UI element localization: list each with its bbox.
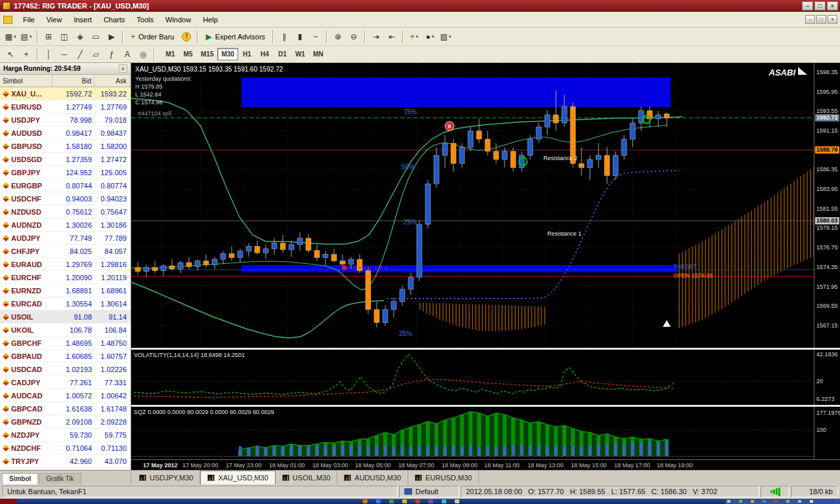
symbol-row[interactable]: EURCAD1.305541.30614 (0, 297, 131, 310)
symbol-row[interactable]: USDJPY78.99879.018 (0, 114, 131, 127)
timeframe-M1[interactable]: M1 (161, 48, 179, 60)
column-header-ask[interactable]: Ask (94, 75, 130, 87)
mdi-close-button[interactable]: × (828, 15, 837, 24)
market-watch-tab-grafik-tik[interactable]: Grafik Tik (39, 473, 81, 484)
cursor-button[interactable]: ↖ (3, 47, 18, 62)
timeframe-W1[interactable]: W1 (291, 48, 309, 60)
symbol-row[interactable]: AUDUSD0.984170.98437 (0, 127, 131, 140)
timeframe-M15[interactable]: M15 (197, 48, 217, 60)
symbol-row[interactable]: EURNZD1.688911.68961 (0, 284, 131, 297)
menu-charts[interactable]: Charts (98, 13, 131, 26)
start-button[interactable] (0, 499, 17, 504)
mdi-maximize-button[interactable]: □ (816, 15, 826, 24)
tray-icon[interactable] (727, 500, 730, 503)
chart-area[interactable]: SXAU_USD,M30 1593.15 1593.35 1591.60 159… (131, 63, 840, 470)
text-label-button[interactable]: A (119, 47, 135, 62)
market-watch-button[interactable]: ⊞ (41, 30, 56, 44)
data-window-button[interactable]: ◫ (56, 30, 72, 44)
crosshair-button[interactable]: + (18, 47, 34, 62)
market-watch-tab-simbol[interactable]: Simbol (2, 473, 38, 484)
column-header-simbol[interactable]: Simbol (0, 75, 52, 87)
profiles-button[interactable]: ▤▾ (18, 30, 34, 44)
close-icon[interactable]: × (119, 64, 127, 73)
tray-icon[interactable] (798, 500, 801, 503)
symbol-row[interactable]: GBPJPY124.952125.005 (0, 166, 131, 179)
taskbar-app-icon[interactable] (363, 499, 368, 503)
candlestick-chart-button[interactable]: ▮ (292, 30, 308, 44)
taskbar-app-icon[interactable] (442, 499, 446, 503)
menu-insert[interactable]: Insert (68, 13, 98, 26)
tray-icon[interactable] (763, 500, 766, 503)
trendline-button[interactable]: ╱ (72, 47, 88, 62)
templates-button[interactable]: ▨▾ (438, 30, 453, 44)
symbol-row[interactable]: CHFJPY84.02584.057 (0, 245, 131, 258)
symbol-row[interactable]: EURUSD1.277491.27769 (0, 100, 131, 114)
strategy-tester-button[interactable]: ▶ (104, 30, 119, 44)
expert-advisors-button[interactable]: ▶Expert Advisors (201, 30, 270, 44)
equidistant-channel-button[interactable]: ▱ (88, 47, 104, 62)
panel-splitter[interactable] (131, 348, 840, 350)
symbol-row[interactable]: EURCHF1.200901.20119 (0, 271, 131, 284)
minimize-button[interactable]: – (802, 1, 813, 10)
chart-tab-eurusd-m30[interactable]: EURUSD,M30 (408, 471, 479, 484)
symbol-row[interactable]: AUDNZD1.300261.30186 (0, 219, 131, 232)
symbol-row[interactable]: CADJPY77.26177.331 (0, 376, 131, 389)
timeframe-M30[interactable]: M30 (217, 48, 238, 60)
horizontal-line-button[interactable]: ─ (56, 47, 72, 62)
taskbar-app-icon[interactable] (455, 499, 459, 503)
tray-icon[interactable] (751, 500, 754, 503)
menu-view[interactable]: View (41, 13, 68, 26)
auto-scroll-button[interactable]: ⇥ (368, 30, 384, 44)
windows-taskbar[interactable] (0, 499, 840, 504)
zoom-in-button[interactable]: ⊕ (330, 30, 346, 44)
symbol-row[interactable]: USDSGD1.273591.27472 (0, 153, 131, 166)
symbol-row[interactable]: EURAUD1.297691.29816 (0, 258, 131, 271)
chart-tab-xau-usd-m30[interactable]: XAU_USD,M30 (200, 471, 275, 484)
indicators-button[interactable]: +▾ (406, 30, 422, 44)
arrows-button[interactable]: ◎ (135, 47, 151, 62)
tray-icon[interactable] (786, 500, 789, 503)
symbol-row[interactable]: NZDUSD0.756120.75647 (0, 205, 131, 219)
panel-splitter[interactable] (131, 405, 840, 407)
menu-file[interactable]: File (17, 13, 41, 26)
taskbar-app-icon[interactable] (402, 499, 407, 503)
tray-icon[interactable] (739, 500, 742, 503)
symbol-row[interactable]: XAU_U...1592.721593.22 (0, 87, 131, 100)
maximize-button[interactable]: □ (814, 1, 826, 10)
new-chart-button[interactable]: ▦▾ (3, 30, 18, 44)
timeframe-D1[interactable]: D1 (274, 48, 291, 60)
taskbar-app-icon[interactable] (389, 499, 394, 503)
chart-tab-usoil-m30[interactable]: USOIL,M30 (276, 471, 337, 484)
symbol-row[interactable]: GBPAUD1.606851.60757 (0, 350, 131, 363)
terminal-button[interactable]: ▭ (88, 30, 104, 44)
menu-help[interactable]: Help (197, 13, 224, 26)
symbol-row[interactable]: USOIL91.0891.14 (0, 310, 131, 324)
zoom-out-button[interactable]: ⊖ (346, 30, 362, 44)
new-order-button[interactable]: +Order Baru (126, 30, 178, 44)
taskbar-app-icon[interactable] (429, 499, 433, 503)
symbol-row[interactable]: NZDCHF0.710640.71130 (0, 442, 131, 455)
line-chart-button[interactable]: ~ (308, 30, 324, 44)
timeframe-H4[interactable]: H4 (256, 48, 274, 60)
taskbar-app-icon[interactable] (376, 499, 381, 503)
symbol-row[interactable]: NZDJPY59.73059.775 (0, 429, 131, 442)
column-header-bid[interactable]: Bid (52, 75, 94, 87)
navigator-button[interactable]: ◈ (72, 30, 88, 44)
close-button[interactable]: × (827, 1, 838, 10)
fibonacci-button[interactable]: ƒ (104, 47, 119, 62)
mdi-minimize-button[interactable]: – (805, 15, 815, 24)
vertical-line-button[interactable]: │ (41, 47, 56, 62)
chart-tab-usdjpy-m30[interactable]: USDJPY,M30 (133, 471, 200, 484)
symbol-row[interactable]: EURGBP0.807440.80774 (0, 179, 131, 192)
timeframe-M5[interactable]: M5 (179, 48, 197, 60)
symbol-row[interactable]: GBPNZD2.091082.09228 (0, 415, 131, 429)
symbol-row[interactable]: UKOIL106.78106.84 (0, 324, 131, 337)
symbol-row[interactable]: TRYJPY42.96043.070 (0, 455, 131, 468)
tray-icon[interactable] (810, 500, 813, 503)
timeframe-MN[interactable]: MN (309, 48, 327, 60)
symbol-row[interactable]: GBPCHF1.486951.48750 (0, 337, 131, 350)
taskbar-app-icon[interactable] (415, 499, 420, 503)
bar-chart-button[interactable]: ∥ (276, 30, 292, 44)
symbol-row[interactable]: GBPUSD1.581801.58200 (0, 140, 131, 153)
profile-selector[interactable]: Default (399, 486, 459, 497)
